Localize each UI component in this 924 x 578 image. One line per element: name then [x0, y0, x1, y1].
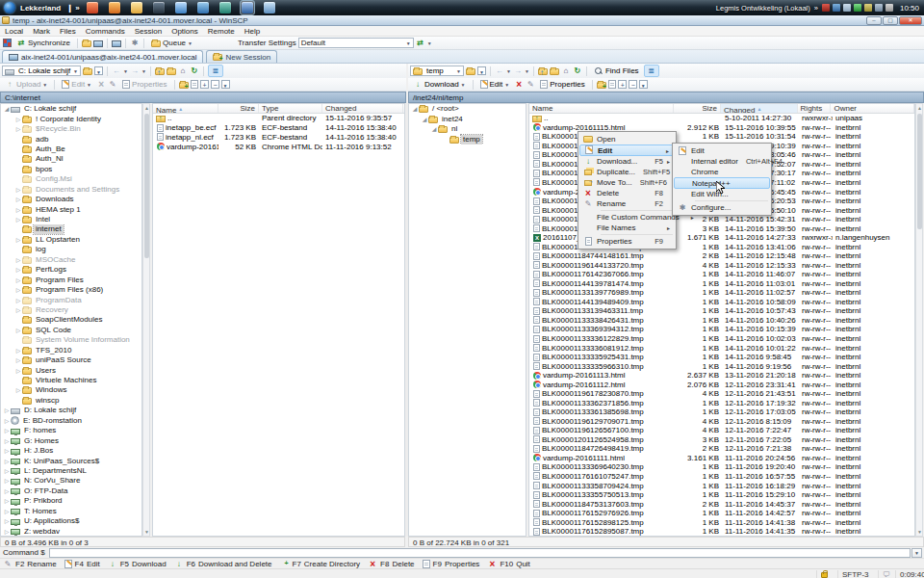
right-drive-combo[interactable]: temp ▼ — [410, 66, 464, 76]
table-row[interactable]: BLK00001133335966310.tmp 1 KB 14-11-2016… — [529, 361, 914, 371]
protocol-cell[interactable]: SFTP-3 — [837, 570, 878, 578]
function-key-button[interactable]: F10 Quit — [487, 560, 529, 568]
close-button[interactable]: ✕ — [899, 16, 922, 25]
menu-item[interactable]: Download... F5 ▸ — [579, 156, 675, 167]
tree-item[interactable]: bpos — [1, 165, 141, 174]
function-key-button[interactable]: F8 Delete — [368, 560, 414, 568]
scrollbar-thumb[interactable] — [917, 114, 922, 229]
expander-icon[interactable]: ▷ — [14, 296, 22, 305]
table-row[interactable]: BLK00001133369640230.tmp 1 KB 11-11-2016… — [529, 462, 914, 472]
expander-icon[interactable]: ▷ — [14, 276, 22, 285]
right-tree-toggle-button[interactable] — [644, 65, 659, 77]
table-row[interactable]: BLK00001196129709071.tmp 4 KB 12-11-2016… — [529, 417, 914, 427]
table-row[interactable]: BLK00001133361385698.tmp 1 KB 12-11-2016… — [529, 407, 914, 417]
expander-icon[interactable]: ▷ — [14, 385, 22, 395]
start-button-icon[interactable] — [4, 2, 15, 13]
table-row[interactable]: BLK00001133336081912.tmp 1 KB 14-11-2016… — [529, 343, 914, 353]
tree-item[interactable]: ◢ C: Lokale schijf — [1, 104, 141, 114]
synchronize-browsing-icon[interactable] — [93, 40, 103, 47]
tree-item[interactable]: ▷ O: FTP-Data — [1, 486, 141, 496]
tree-item[interactable]: ▷ HEMA step 1 — [1, 204, 141, 214]
table-row[interactable]: BLK00001144139781474.tmp 1 KB 14-11-2016… — [529, 279, 914, 289]
table-row[interactable]: BLK00001133369394312.tmp 1 KB 14-11-2016… — [529, 325, 914, 334]
session-tab-active[interactable]: aix-inet24-001/unipaas@aix-inet24-001.mo… — [2, 50, 203, 63]
command-input[interactable] — [49, 548, 911, 558]
filter-settings-icon[interactable] — [639, 80, 648, 89]
taskbar-app-icon[interactable] — [218, 1, 232, 14]
tree-item[interactable]: ▷ F: homes — [1, 426, 141, 435]
menu-item[interactable]: Delete F8 — [579, 188, 675, 198]
new-session-tab[interactable]: New Session — [206, 50, 277, 63]
taskbar-app-icon[interactable] — [108, 1, 121, 14]
edit-button[interactable]: Edit▼ — [477, 78, 513, 91]
table-row[interactable]: BLK00001133362371856.tmp 1 KB 12-11-2016… — [529, 398, 914, 407]
menu-item[interactable]: Edit ▸ — [579, 144, 675, 156]
expander-icon[interactable]: ▷ — [3, 476, 11, 486]
menu-item[interactable]: Configure... — [674, 202, 770, 213]
delete-icon[interactable] — [514, 80, 524, 89]
table-row[interactable]: BLK00001133139776989.tmp 1 KB 14-11-2016… — [529, 288, 914, 298]
column-header-rights[interactable]: Rights — [798, 104, 832, 113]
column-header-size[interactable]: Size — [674, 104, 721, 113]
tree-item[interactable]: ▷ U: Applications$ — [1, 516, 141, 526]
tree-item[interactable]: System Volume Information — [1, 335, 141, 345]
table-row[interactable]: vardump-20161113.html 2.637 KB 13-11-201… — [529, 371, 914, 381]
table-row[interactable]: BLK00001133336122829.tmp 1 KB 14-11-2016… — [529, 334, 914, 344]
tree-item[interactable]: temp — [409, 134, 526, 144]
tree-item[interactable]: ◢ nl — [409, 124, 526, 134]
tree-item[interactable]: ▷ MSOCache — [1, 255, 141, 265]
menu-item[interactable]: Open — [579, 134, 675, 144]
tree-item[interactable]: ▷ LL Opstarten — [1, 235, 141, 245]
tree-item[interactable]: ▷ TFS_2010 — [1, 346, 141, 355]
table-row[interactable]: .. 5-10-2011 14:27:30 rwxrwxr-x unipaas — [529, 114, 914, 123]
column-header-name[interactable]: Name — [529, 104, 674, 113]
table-row[interactable]: vardump-20161111.ht... 52 KB Chrome HTML… — [153, 142, 404, 151]
tree-item[interactable]: Config.Msi — [1, 174, 141, 184]
tree-item[interactable]: ▷ N: CorVu_Share — [1, 476, 141, 486]
filter-icon[interactable] — [94, 66, 103, 75]
home-directory-icon[interactable] — [178, 66, 188, 75]
expander-icon[interactable]: ▷ — [3, 416, 11, 426]
expander-icon[interactable]: ▷ — [3, 527, 11, 537]
taskbar-app-icon[interactable] — [241, 1, 254, 14]
tray-icon[interactable] — [864, 4, 872, 12]
forward-icon[interactable] — [513, 66, 523, 75]
tree-item[interactable]: ▷ L: DepartmentsNL — [1, 466, 141, 476]
parent-directory-icon[interactable] — [538, 68, 548, 75]
commander-layout-icon[interactable] — [3, 39, 12, 47]
column-header-owner[interactable]: Owner — [831, 104, 914, 113]
expander-icon[interactable]: ▷ — [3, 457, 11, 466]
expander-icon[interactable]: ▷ — [14, 215, 22, 224]
tree-item[interactable]: ▷ G: Homes — [1, 435, 141, 445]
menu-item[interactable]: Edit — [674, 145, 770, 156]
transfer-settings-combo[interactable]: Default ▼ — [298, 38, 414, 48]
menu-item[interactable]: Chrome — [674, 167, 770, 177]
tree-item[interactable]: Auth_Nl — [1, 154, 141, 164]
tree-item[interactable]: ▷ Downloads — [1, 195, 141, 204]
root-directory-icon[interactable] — [550, 68, 559, 75]
tree-item[interactable]: Virtuele Machines — [1, 376, 141, 385]
table-row[interactable]: BLK00001176142367066.tmp 1 KB 14-11-2016… — [529, 270, 914, 279]
left-tree-toggle-button[interactable] — [208, 65, 223, 77]
table-row[interactable]: BLK00001144139489409.tmp 1 KB 14-11-2016… — [529, 298, 914, 307]
table-row[interactable]: BLK00001184726498419.tmp 2 KB 12-11-2016… — [529, 444, 914, 454]
tree-item[interactable]: ▷ Program Files — [1, 275, 141, 284]
tree-item[interactable]: ▷ Recovery — [1, 305, 141, 315]
tree-item[interactable]: adb — [1, 134, 141, 144]
menu-item[interactable]: Session — [130, 26, 167, 37]
tree-item[interactable]: ▷ Windows — [1, 385, 141, 395]
expander-icon[interactable]: ▷ — [14, 195, 22, 204]
new-file-icon[interactable] — [608, 80, 616, 89]
right-list-scrollbar[interactable]: ▲ ▼ — [915, 103, 923, 537]
menu-item[interactable]: Properties F9 — [579, 236, 675, 247]
delete-icon[interactable] — [96, 80, 106, 89]
expander-icon[interactable]: ▷ — [14, 235, 22, 245]
transfer-options-icon[interactable] — [416, 39, 425, 47]
tray-icon[interactable] — [822, 4, 830, 12]
notifications-cell[interactable]: 🗩 — [878, 570, 895, 578]
function-key-button[interactable]: F5 Download — [108, 560, 167, 568]
table-row[interactable]: inetapp_nl.ecf 1.723 KB ECF-bestand 14-1… — [153, 133, 404, 143]
tree-item[interactable]: ▷ ! Corporate Identity — [1, 114, 141, 123]
taskbar-app-icon[interactable] — [196, 1, 210, 14]
column-header-name[interactable]: Name▲ — [153, 104, 218, 113]
